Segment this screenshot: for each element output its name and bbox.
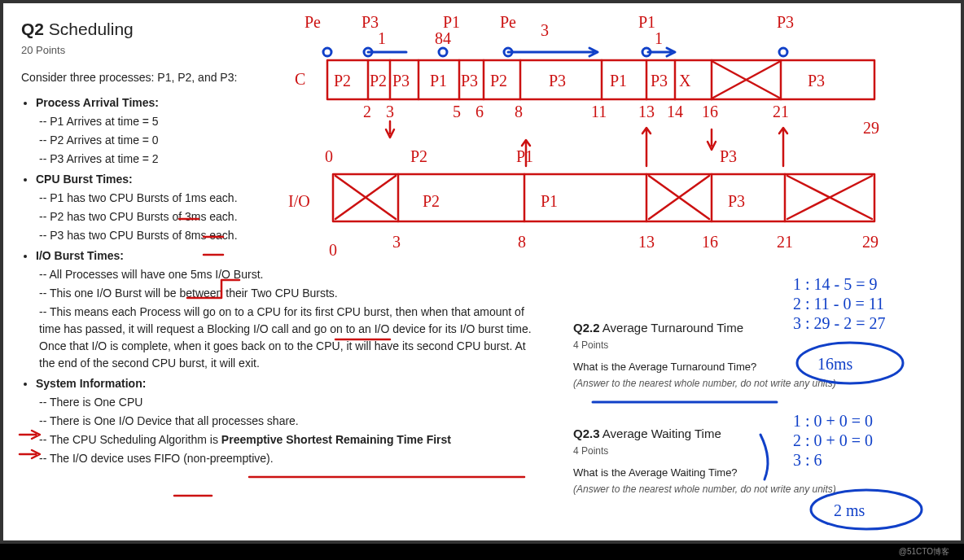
sys-l3: -- The CPU Scheduling Algorithm is Preem… (39, 431, 542, 448)
svg-text:P3: P3 (549, 72, 566, 90)
sys-l2: -- There is One I/O Device that all proc… (39, 413, 542, 430)
svg-text:16: 16 (702, 233, 718, 251)
cpu-p2: -- P2 has two CPU Bursts of 3ms each. (39, 208, 542, 225)
svg-text:P1: P1 (541, 192, 558, 210)
svg-text:2 : 11 - 0 = 11: 2 : 11 - 0 = 11 (793, 295, 884, 313)
sys-header: System Information: (36, 377, 146, 390)
svg-text:14: 14 (667, 103, 683, 120)
svg-text:1: 1 (655, 29, 663, 47)
svg-text:P3: P3 (720, 147, 737, 165)
cpu-header: CPU Burst Times: (36, 173, 133, 186)
svg-text:16: 16 (702, 103, 718, 120)
svg-text:X: X (679, 72, 691, 90)
arrival-p2: -- P2 Arrives at time = 0 (39, 132, 542, 149)
svg-text:1 : 14 - 5 = 9: 1 : 14 - 5 = 9 (793, 275, 878, 293)
question-points: 20 Points (21, 42, 542, 59)
svg-text:13: 13 (638, 103, 655, 120)
question-title: Q2 Scheduling (21, 16, 542, 42)
svg-text:13: 13 (638, 233, 655, 251)
footer-watermark: @51CTO博客 (0, 544, 964, 560)
svg-text:11: 11 (591, 103, 607, 120)
svg-text:P3: P3 (777, 13, 794, 31)
arrival-p1: -- P1 Arrives at time = 5 (39, 113, 542, 130)
document-page: Q2 Scheduling 20 Points Consider three p… (3, 3, 961, 540)
svg-text:P3: P3 (728, 192, 745, 210)
svg-text:P1: P1 (638, 13, 655, 31)
q23-block: Q2.3 Average Waiting Time 4 Points What … (573, 425, 915, 497)
svg-text:2 ms: 2 ms (834, 501, 865, 519)
io-header: I/O Burst Times: (36, 249, 124, 262)
svg-text:P3: P3 (808, 72, 825, 90)
svg-text:P3: P3 (651, 72, 668, 90)
svg-point-28 (779, 48, 787, 56)
q22-block: Q2.2 Average Turnaround Time 4 Points Wh… (573, 319, 915, 391)
svg-text:29: 29 (863, 119, 879, 137)
cpu-p3: -- P3 has two CPU Bursts of 8ms each. (39, 227, 542, 244)
question-intro: Consider three processes: P1, P2, and P3… (21, 69, 542, 86)
svg-text:29: 29 (862, 233, 879, 251)
io-l3: -- This means each Process will go on to… (39, 304, 542, 372)
sys-l4: -- The I/O device uses FIFO (non-preempt… (39, 450, 542, 467)
cpu-p1: -- P1 has two CPU Bursts of 1ms each. (39, 190, 542, 207)
arrival-p3: -- P3 Arrives at time = 2 (39, 151, 542, 168)
svg-point-27 (642, 48, 651, 56)
io-l2: -- This one I/O Burst will be between th… (39, 285, 542, 302)
question-body: Q2 Scheduling 20 Points Consider three p… (21, 16, 542, 467)
svg-text:21: 21 (773, 103, 789, 120)
sys-l1: -- There is One CPU (39, 394, 542, 411)
arrival-header: Process Arrival Times: (36, 96, 159, 109)
svg-text:21: 21 (777, 233, 793, 251)
io-l1: -- All Processes will have one 5ms I/O B… (39, 266, 542, 283)
spec-list: Process Arrival Times: -- P1 Arrives at … (21, 94, 542, 467)
svg-text:P1: P1 (610, 72, 627, 90)
